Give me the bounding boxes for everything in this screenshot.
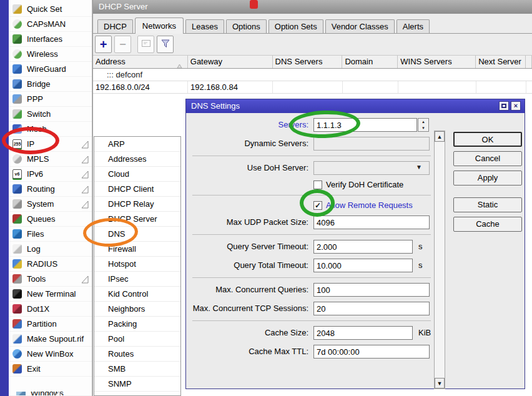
submenu-item-neighbors[interactable]: Neighbors [94,302,180,317]
sidebar-item-capsman[interactable]: CAPsMAN [9,17,92,32]
submenu-item-routes[interactable]: Routes [94,347,180,362]
spinner-control[interactable]: ▲▼ [418,118,429,132]
column-header-dns-servers[interactable]: DNS Servers [273,56,343,68]
dhcp-window-titlebar[interactable]: DHCP Server [93,0,532,14]
submenu-item-dhcp-client[interactable]: DHCP Client [94,182,180,197]
input-max-udp-packet-size[interactable] [313,215,430,229]
cache-button[interactable]: Cache [453,217,522,232]
tab-option-sets[interactable]: Option Sets [268,19,323,33]
column-header-extra[interactable] [526,56,532,68]
sidebar-item-windows[interactable]: Windows [12,392,64,396]
dns-dialog-body: Servers:▲▼Dynamic Servers:Use DoH Server… [186,113,525,389]
maximize-icon[interactable] [499,101,509,111]
sidebar-item-windows-partial[interactable]: Windows [9,392,92,396]
submenu-item-snmp[interactable]: SNMP [94,377,180,392]
sidebar-item-label: New WinBox [27,349,73,359]
sidebar-item-mesh[interactable]: Mesh [9,122,92,137]
column-header-address[interactable]: Address [93,56,188,68]
sidebar-item-exit[interactable]: Exit [9,362,92,377]
submenu-item-cloud[interactable]: Cloud [94,167,180,182]
scroll-down-icon[interactable]: ▼ [435,378,445,389]
tab-vendor-classes[interactable]: Vendor Classes [325,19,395,33]
column-header-domain[interactable]: Domain [342,56,398,68]
sidebar-item-label: Wireless [27,49,58,59]
sidebar-item-make-supout-rif[interactable]: Make Supout.rif [9,332,92,347]
dialog-scrollbar[interactable]: ▲ ▼ [434,131,445,389]
sidebar-item-bridge[interactable]: Bridge [9,77,92,92]
tab-leases[interactable]: Leases [185,19,224,33]
sidebar-item-quick-set[interactable]: Quick Set [9,2,92,17]
submenu-item-addresses[interactable]: Addresses [94,152,180,167]
sidebar-item-log[interactable]: Log [9,242,92,257]
sidebar-item-ppp[interactable]: PPP [9,92,92,107]
sidebar-item-new-terminal[interactable]: New Terminal [9,287,92,302]
submenu-item-dns[interactable]: DNS [94,227,180,242]
tab-networks[interactable]: Networks [135,17,184,34]
sidebar-item-routing[interactable]: Routing [9,182,92,197]
submenu-item-firewall[interactable]: Firewall [94,242,180,257]
input-dynamic-servers[interactable] [313,137,430,151]
input-max-concurrent-queries[interactable] [313,283,430,297]
scroll-up-icon[interactable]: ▲ [435,131,445,142]
tab-options[interactable]: Options [226,19,267,33]
input-query-server-timeout[interactable] [313,240,413,254]
sidebar-item-queues[interactable]: Queues [9,212,92,227]
sidebar-item-switch[interactable]: Switch [9,107,92,122]
table-row[interactable]: 192.168.0.0/24192.168.0.84 [93,81,532,94]
submenu-item-ipsec[interactable]: IPsec [94,272,180,287]
sidebar-item-mpls[interactable]: MPLS [9,152,92,167]
combo-use-doh-server[interactable] [313,161,430,175]
spinner-up-icon[interactable]: ▲ [418,120,428,124]
sidebar-item-files[interactable]: Files [9,227,92,242]
sidebar-item-dot1x[interactable]: Dot1X [9,302,92,317]
static-button[interactable]: Static [453,197,522,212]
sidebar-item-wireless[interactable]: Wireless [9,47,92,62]
mpls-icon [12,154,22,164]
submenu-item-dhcp-server[interactable]: DHCP Server [94,212,180,227]
sidebar-item-ipv6[interactable]: v6IPv6 [9,167,92,182]
spinner-down-icon[interactable]: ▼ [418,126,428,130]
folder-icon [12,229,22,239]
table-row-comment[interactable]: ::: defconf [93,69,532,81]
close-icon[interactable]: × [511,101,521,111]
apply-button[interactable]: Apply [453,171,522,186]
sidebar-item-interfaces[interactable]: Interfaces [9,32,92,47]
input-cache-size[interactable] [313,326,413,340]
sidebar-item-partition[interactable]: Partition [9,317,92,332]
submenu-item-arp[interactable]: ARP [94,137,180,152]
dns-dialog-titlebar[interactable]: DNS Settings × [186,99,525,113]
checkbox-verify-doh-certificate[interactable] [313,181,322,189]
sidebar-item-tools[interactable]: Tools [9,272,92,287]
unit-suffix: s [418,240,423,254]
input-max-concurrent-tcp-sessions[interactable] [313,302,430,315]
cancel-button[interactable]: Cancel [453,151,522,166]
sidebar-item-radius[interactable]: RADIUS [9,257,92,272]
submenu-item-kid-control[interactable]: Kid Control [94,287,180,302]
sidebar-item-label: Mesh [27,124,47,134]
submenu-item-pool[interactable]: Pool [94,332,180,347]
column-header-wins-servers[interactable]: WINS Servers [398,56,476,68]
sidebar-item-new-winbox[interactable]: New WinBox [9,347,92,362]
remove-button[interactable]: − [114,36,131,53]
input-query-total-timeout[interactable] [313,259,413,272]
column-header-next-server[interactable]: Next Server [476,56,526,68]
tab-alerts[interactable]: Alerts [397,19,430,33]
dropdown-arrow-icon[interactable]: ▼ [416,164,422,171]
submenu-item-packing[interactable]: Packing [94,317,180,332]
sidebar-item-wireguard[interactable]: WireGuard [9,62,92,77]
add-button[interactable]: + [95,36,112,53]
column-header-gateway[interactable]: Gateway [188,56,273,68]
sidebar-item-system[interactable]: System [9,197,92,212]
submenu-item-smb[interactable]: SMB [94,362,180,377]
input-servers[interactable] [313,118,417,132]
checkbox-allow-remote-requests[interactable]: ✓ [313,201,322,210]
copy-button[interactable] [137,36,154,53]
submenu-item-dhcp-relay[interactable]: DHCP Relay [94,197,180,212]
sidebar-item-ip[interactable]: 255IP [9,137,92,152]
tab-dhcp[interactable]: DHCP [97,19,133,33]
filter-button[interactable] [157,36,174,53]
submenu-item-hotspot[interactable]: Hotspot [94,257,180,272]
ok-button[interactable]: OK [453,132,522,147]
field-label-servers[interactable]: Servers: [186,118,311,132]
input-cache-max-ttl[interactable] [313,345,430,359]
